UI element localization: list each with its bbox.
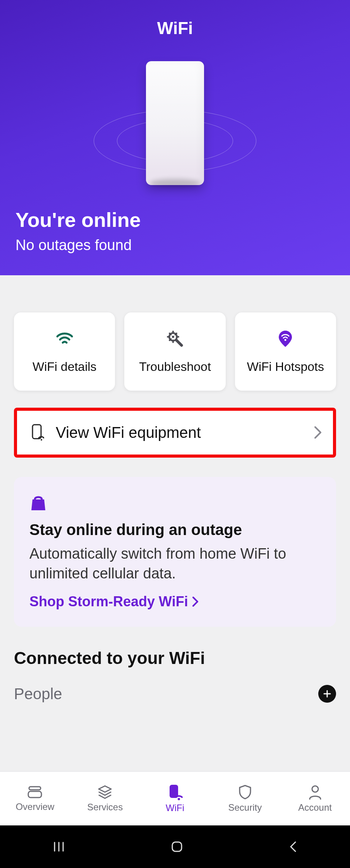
card-label: Troubleshoot	[130, 359, 219, 375]
tab-label: WiFi	[166, 803, 184, 813]
tab-label: Overview	[15, 801, 54, 812]
wifi-device-icon	[167, 784, 183, 800]
view-wifi-equipment-row[interactable]: View WiFi equipment	[17, 411, 333, 455]
gear-wrench-icon	[130, 328, 219, 350]
svg-rect-10	[172, 842, 182, 851]
wifi-hotspots-card[interactable]: WiFi Hotspots	[235, 312, 336, 391]
tab-account[interactable]: Account	[280, 784, 350, 813]
svg-point-9	[312, 786, 318, 792]
svg-rect-6	[28, 791, 41, 798]
router-illustration	[15, 61, 335, 193]
promo-link-label: Shop Storm-Ready WiFi	[29, 594, 188, 610]
status-subtext: No outages found	[15, 237, 335, 254]
people-label: People	[14, 685, 62, 703]
tab-wifi[interactable]: WiFi	[140, 784, 210, 813]
equipment-icon	[28, 424, 47, 441]
card-label: WiFi details	[20, 359, 109, 375]
shop-storm-ready-link[interactable]: Shop Storm-Ready WiFi	[29, 594, 199, 610]
svg-point-8	[178, 798, 180, 800]
shield-icon	[238, 784, 252, 800]
promo-title: Stay online during an outage	[29, 521, 321, 539]
back-button[interactable]	[288, 840, 298, 853]
chevron-right-icon	[314, 425, 322, 439]
connected-section-title: Connected to your WiFi	[14, 648, 336, 668]
promo-description: Automatically switch from home WiFi to u…	[29, 544, 321, 584]
wifi-details-card[interactable]: WiFi details	[14, 312, 115, 391]
tab-security[interactable]: Security	[210, 784, 280, 813]
svg-point-2	[285, 339, 287, 341]
card-label: WiFi Hotspots	[241, 359, 330, 375]
tab-label: Account	[298, 802, 332, 813]
storm-ready-promo: Stay online during an outage Automatical…	[14, 477, 336, 627]
troubleshoot-card[interactable]: Troubleshoot	[124, 312, 225, 391]
equipment-label: View WiFi equipment	[56, 424, 314, 441]
highlighted-region: View WiFi equipment	[14, 408, 336, 458]
wifi-icon	[20, 328, 109, 350]
svg-point-4	[41, 439, 42, 441]
shopping-bag-icon	[29, 494, 321, 511]
tab-label: Security	[228, 802, 262, 813]
home-button[interactable]	[170, 840, 184, 853]
hotspot-pin-icon	[241, 328, 330, 350]
bottom-tab-bar: Overview Services WiFi Security	[0, 771, 350, 825]
tab-label: Services	[87, 802, 123, 813]
svg-point-1	[172, 336, 174, 338]
tab-services[interactable]: Services	[70, 785, 140, 813]
hero-section: WiFi You're online No outages found	[0, 0, 350, 275]
overview-icon	[27, 785, 43, 799]
android-nav-bar	[0, 825, 350, 868]
add-person-button[interactable]	[318, 685, 336, 703]
recents-button[interactable]	[52, 841, 65, 853]
layers-icon	[97, 785, 113, 799]
svg-rect-5	[29, 787, 41, 790]
tab-overview[interactable]: Overview	[0, 785, 70, 812]
page-title: WiFi	[15, 19, 335, 38]
account-icon	[308, 784, 322, 800]
status-title: You're online	[15, 208, 335, 232]
chevron-right-icon	[192, 596, 199, 607]
